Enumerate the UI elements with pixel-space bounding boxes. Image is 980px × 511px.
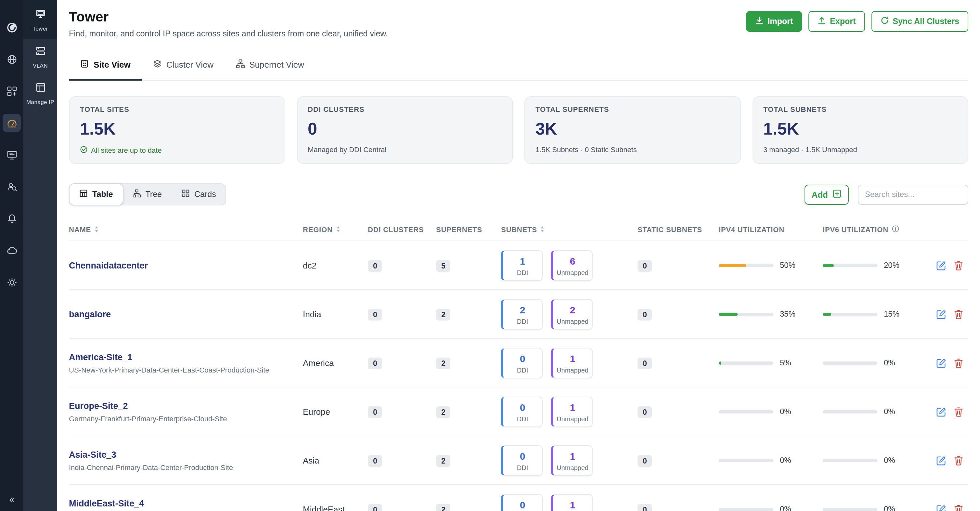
ipv6-progress-track — [823, 361, 877, 365]
column-header-region[interactable]: REGION — [303, 225, 368, 234]
subnet-unmapped-card: 1 Unmapped — [551, 396, 593, 427]
ddi-clusters-cell: 0 — [368, 503, 436, 511]
download-icon — [755, 16, 764, 27]
table-icon — [79, 189, 88, 200]
sync-all-clusters-button[interactable]: Sync All Clusters — [871, 11, 968, 32]
edit-icon[interactable] — [937, 309, 946, 319]
ipv4-utilization-cell: 0% — [719, 407, 823, 416]
monitor-icon[interactable] — [3, 146, 21, 164]
ipv6-percent: 0% — [884, 407, 895, 416]
sidebar-item-manage-ip[interactable]: Manage IP — [23, 75, 57, 112]
trash-icon[interactable] — [954, 455, 963, 465]
name-cell: MiddleEast-Site_4 UAE-Dubai-Regional-Dis… — [69, 498, 303, 511]
export-button[interactable]: Export — [808, 11, 865, 32]
trash-icon[interactable] — [954, 407, 963, 416]
site-name-link[interactable]: Chennaidatacenter — [69, 260, 303, 270]
import-button[interactable]: Import — [746, 11, 802, 32]
name-cell: Chennaidatacenter — [69, 260, 303, 270]
ddi-clusters-badge: 0 — [368, 455, 382, 466]
edit-icon[interactable] — [937, 358, 946, 368]
subnets-cell: 0 DDI 1 Unmapped — [501, 494, 638, 511]
stat-note: All sites are up to date — [80, 146, 274, 155]
edit-icon[interactable] — [937, 504, 946, 511]
subnet-ddi-label: DDI — [503, 366, 542, 374]
static-subnets-badge: 0 — [638, 357, 652, 369]
table-body: Chennaidatacenter dc2 0 5 1 DDI 6 Unmapp… — [69, 241, 968, 511]
ipv6-utilization-cell: 0% — [823, 456, 927, 465]
tower-icon — [35, 8, 46, 22]
user-search-icon[interactable] — [3, 177, 21, 196]
subnets-cell: 1 DDI 6 Unmapped — [501, 250, 638, 280]
site-name-link[interactable]: bangalore — [69, 309, 303, 319]
logo-icon[interactable] — [3, 18, 21, 37]
site-name-link[interactable]: Europe-Site_2 — [69, 401, 303, 411]
name-cell: Europe-Site_2 Germany-Frankfurt-Primary-… — [69, 401, 303, 422]
subnet-ddi-count: 0 — [503, 499, 542, 510]
trash-icon[interactable] — [954, 309, 963, 319]
edit-icon[interactable] — [937, 455, 946, 465]
ipv4-utilization-cell: 35% — [719, 309, 823, 318]
edit-icon[interactable] — [937, 407, 946, 416]
modules-icon[interactable] — [3, 82, 21, 100]
subnet-unmapped-label: Unmapped — [553, 269, 592, 276]
cloud-icon[interactable] — [3, 241, 21, 259]
ddi-clusters-cell: 0 — [368, 357, 436, 369]
sidebar-item-tower[interactable]: Tower — [23, 0, 57, 39]
row-actions — [927, 358, 968, 368]
ddi-clusters-badge: 0 — [368, 406, 382, 418]
column-header-subnets[interactable]: SUBNETS — [501, 225, 638, 234]
add-site-button[interactable]: Add — [804, 184, 849, 204]
trash-icon[interactable] — [954, 504, 963, 511]
stat-value: 1.5K — [763, 119, 957, 139]
column-header-name[interactable]: NAME — [69, 225, 303, 234]
subnet-ddi-label: DDI — [503, 269, 542, 276]
tab-supernet-view[interactable]: Supernet View — [224, 52, 315, 81]
settings-icon[interactable] — [3, 273, 21, 291]
tab-site-view[interactable]: Site View — [69, 52, 142, 81]
static-subnets-cell: 0 — [638, 454, 719, 466]
tab-cluster-view[interactable]: Cluster View — [142, 52, 224, 81]
ipv6-progress-track — [823, 508, 877, 511]
plus-square-icon — [832, 189, 842, 200]
stat-card-total-subnets: TOTAL SUBNETS 1.5K 3 managed · 1.5K Unma… — [752, 96, 968, 164]
ipv6-progress-fill — [823, 264, 834, 267]
ipam-gauge-icon[interactable] — [3, 114, 21, 132]
subnet-ddi-card: 0 DDI — [501, 347, 542, 378]
region-cell: dc2 — [303, 260, 368, 270]
stat-card-ddi-clusters: DDI CLUSTERS 0 Managed by DDI Central — [297, 96, 513, 164]
subnet-unmapped-card: 1 Unmapped — [551, 445, 593, 476]
stat-value: 1.5K — [80, 119, 274, 139]
ipv4-percent: 0% — [780, 456, 791, 465]
ipv6-utilization-cell: 0% — [823, 505, 927, 511]
bell-icon[interactable] — [3, 209, 21, 228]
ddi-clusters-badge: 0 — [368, 260, 382, 271]
site-name-link[interactable]: MiddleEast-Site_4 — [69, 498, 303, 508]
collapse-sidebar-button[interactable]: « — [0, 494, 23, 505]
supernets-cell: 2 — [436, 454, 501, 466]
site-name-link[interactable]: Asia-Site_3 — [69, 450, 303, 459]
subnet-ddi-label: DDI — [503, 318, 542, 325]
static-subnets-cell: 0 — [638, 405, 719, 418]
row-actions — [927, 309, 968, 319]
subnet-unmapped-count: 2 — [553, 304, 592, 315]
view-mode-tree[interactable]: Tree — [122, 183, 172, 205]
trash-icon[interactable] — [954, 260, 963, 270]
trash-icon[interactable] — [954, 358, 963, 368]
site-name-link[interactable]: America-Site_1 — [69, 352, 303, 362]
view-mode-table[interactable]: Table — [69, 183, 123, 205]
static-subnets-cell: 0 — [638, 357, 719, 369]
globe-icon[interactable] — [3, 50, 21, 68]
view-mode-cards[interactable]: Cards — [171, 183, 226, 205]
ipv4-progress-track — [719, 264, 773, 267]
ipv6-utilization-cell: 0% — [823, 407, 927, 416]
edit-icon[interactable] — [937, 260, 946, 270]
info-icon[interactable] — [892, 225, 899, 234]
ipv4-progress-fill — [719, 312, 738, 316]
subnet-unmapped-label: Unmapped — [553, 366, 592, 374]
subnet-unmapped-count: 6 — [553, 255, 592, 266]
sidebar-item-vlan[interactable]: VLAN — [23, 39, 57, 75]
search-sites-input[interactable] — [858, 184, 968, 204]
ipv6-utilization-cell: 15% — [823, 309, 927, 318]
ddi-clusters-badge: 0 — [368, 357, 382, 369]
region-cell: Asia — [303, 455, 368, 465]
